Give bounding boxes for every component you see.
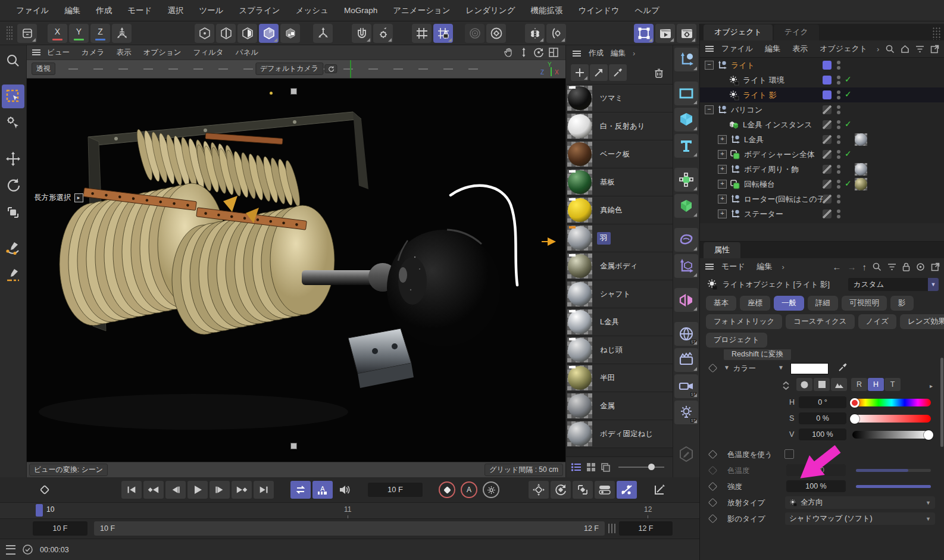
material-item[interactable]: ねじ頭 — [566, 336, 673, 364]
material-thumbnail[interactable] — [567, 421, 592, 446]
attr-tab-詳細[interactable]: 詳細 — [808, 296, 838, 311]
dropdown[interactable]: シャドウマップ (ソフト)▼ — [785, 512, 935, 525]
visibility-dots[interactable] — [837, 180, 840, 189]
object-row[interactable]: +ローター(回転はこの子) — [700, 192, 944, 207]
menu-item-ファイル[interactable]: ファイル — [8, 0, 57, 21]
polygons-mode-button[interactable] — [237, 24, 257, 43]
texture-tag-thumbnail[interactable] — [855, 133, 867, 146]
menu-item-ツール[interactable]: ツール — [191, 0, 231, 21]
mirror-settings-button[interactable] — [546, 24, 566, 43]
assign-material-button[interactable] — [590, 64, 608, 81]
menu-item-メッシュ[interactable]: メッシュ — [288, 0, 336, 21]
open-window-icon[interactable] — [931, 262, 940, 271]
material-item[interactable]: 金属ボディ — [566, 252, 673, 280]
add-lathe-generator-icon[interactable] — [674, 168, 698, 192]
editable-toggle-chip[interactable] — [823, 120, 832, 129]
add-camera-icon[interactable]: ST — [674, 374, 698, 398]
menu-item-モード[interactable]: モード — [715, 261, 751, 272]
go-up-icon[interactable]: ↑ — [862, 262, 867, 272]
menu-item-モード[interactable]: モード — [120, 0, 160, 21]
add-stage-icon[interactable] — [674, 348, 698, 372]
scale-tool[interactable] — [2, 201, 24, 224]
temperature-mode-button[interactable]: T — [884, 378, 901, 391]
dropdown[interactable]: 全方向▼ — [785, 496, 935, 509]
render-view[interactable]: 長方形選択▸ — [27, 79, 565, 462]
key-rotation-button[interactable] — [551, 481, 571, 499]
material-item[interactable]: 金属 — [566, 392, 673, 420]
visibility-dots[interactable] — [837, 90, 840, 99]
filter-icon[interactable] — [887, 263, 896, 271]
timeline-playhead[interactable] — [36, 504, 43, 517]
material-item[interactable]: 真鍮色 — [566, 196, 673, 224]
next-key-button[interactable] — [232, 481, 252, 499]
menu-item-表示[interactable]: 表示 — [786, 43, 814, 54]
material-thumbnail[interactable] — [567, 170, 592, 195]
pick-material-button[interactable] — [609, 64, 627, 81]
lock-y-axis-button[interactable]: Y — [69, 24, 89, 43]
material-item[interactable]: 白・反射あり — [566, 112, 673, 140]
workplane-settings-button[interactable] — [486, 24, 506, 43]
last-tool-button[interactable] — [17, 24, 37, 43]
material-thumbnail[interactable] — [567, 198, 592, 223]
menu-item-レンダリング[interactable]: レンダリング — [458, 0, 523, 21]
viewport-menu-icon[interactable] — [32, 49, 41, 56]
material-item[interactable]: ベーク板 — [566, 140, 673, 168]
expand-icon[interactable]: + — [718, 209, 727, 218]
value-slider[interactable] — [856, 469, 931, 472]
color-wheel-mode-icon[interactable] — [796, 378, 812, 391]
hsv-value-field[interactable]: 0 ° — [799, 396, 846, 408]
add-light-icon[interactable]: ST — [674, 401, 698, 424]
play-button[interactable] — [187, 481, 208, 499]
menu-item-ファイル[interactable]: ファイル — [715, 43, 759, 54]
edges-mode-button[interactable] — [216, 24, 236, 43]
object-row[interactable]: +ボディシャーシ全体✓ — [700, 147, 944, 162]
key-scale-button[interactable] — [573, 481, 593, 499]
editable-toggle-chip[interactable] — [823, 150, 832, 159]
hsv-value-field[interactable]: 0 % — [799, 412, 846, 424]
add-material-button[interactable] — [571, 64, 589, 81]
material-item[interactable]: 半田 — [566, 364, 673, 392]
visibility-dots[interactable] — [837, 76, 840, 85]
range-start-field[interactable]: 10 F — [33, 521, 87, 536]
editable-toggle-chip[interactable] — [823, 105, 832, 114]
track-selection-icon[interactable] — [916, 262, 925, 271]
menu-item-アニメーション[interactable]: アニメーション — [385, 0, 458, 21]
axis-center-button[interactable] — [313, 24, 333, 43]
editable-toggle-chip[interactable] — [823, 195, 832, 204]
material-thumbnail[interactable] — [567, 226, 592, 251]
material-item[interactable]: L金具 — [566, 308, 673, 336]
object-row[interactable]: ライト 環境✓ — [700, 73, 944, 87]
enabled-check-icon[interactable]: ✓ — [845, 149, 852, 158]
toolbar-drag-handle[interactable] — [6, 26, 13, 41]
menu-item-編集[interactable]: 編集 — [57, 0, 88, 21]
add-spline-icon[interactable] — [674, 82, 698, 105]
light-gizmo-dot[interactable] — [270, 92, 273, 95]
add-sky-icon[interactable]: ST — [674, 322, 698, 346]
expand-icon[interactable]: + — [718, 135, 727, 144]
rectangle-selection-tool[interactable] — [2, 85, 24, 108]
menu-item-カメラ[interactable]: カメラ — [76, 48, 110, 58]
visibility-dots[interactable] — [837, 195, 840, 204]
render-picture-viewer-button[interactable] — [655, 24, 675, 43]
add-deformer-icon[interactable] — [674, 228, 698, 252]
axis-modification-button[interactable] — [112, 24, 132, 43]
list-view-icon[interactable] — [571, 462, 582, 472]
layer-color-chip[interactable] — [823, 90, 832, 99]
visibility-dots[interactable] — [837, 209, 840, 218]
projection-label[interactable]: 透視 — [32, 62, 55, 75]
collapse-arrow-icon[interactable]: ▼ — [724, 364, 730, 371]
history-forward-icon[interactable]: → — [848, 262, 857, 272]
object-mode-button[interactable] — [280, 24, 300, 43]
visibility-dots[interactable] — [837, 61, 840, 70]
quantize-lock-button[interactable] — [433, 24, 453, 43]
hsv-slider[interactable] — [852, 399, 931, 406]
object-row[interactable]: −ライト — [700, 58, 944, 73]
hsv-slider[interactable] — [852, 415, 931, 423]
object-row[interactable]: +ステーター — [700, 207, 944, 221]
move-tool[interactable] — [2, 147, 24, 171]
model-mode-button[interactable] — [259, 24, 279, 43]
menu-item-機能拡張[interactable]: 機能拡張 — [523, 0, 571, 21]
expand-icon[interactable]: + — [718, 150, 727, 159]
points-mode-button[interactable] — [195, 24, 214, 43]
autokey-toggle-button[interactable]: A — [459, 481, 479, 499]
